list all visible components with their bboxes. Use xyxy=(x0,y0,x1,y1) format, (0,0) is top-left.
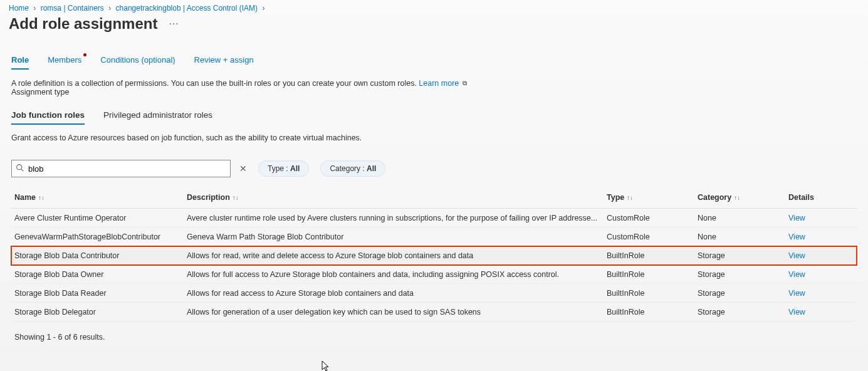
cell-type: BuiltInRole xyxy=(607,289,698,298)
cell-category: None xyxy=(698,214,788,222)
sort-icon: ↑↓ xyxy=(233,194,239,201)
table-row[interactable]: Avere Cluster Runtime Operator Avere clu… xyxy=(11,209,857,227)
view-link[interactable]: View xyxy=(788,214,805,222)
view-link[interactable]: View xyxy=(788,233,805,241)
tab-review-assign[interactable]: Review + assign xyxy=(194,55,254,70)
cell-type: BuiltInRole xyxy=(607,251,698,260)
breadcrumb: Home › romsa | Containers › changetracki… xyxy=(0,0,868,13)
chevron-right-icon: › xyxy=(108,4,111,13)
subtab-job-function[interactable]: Job function roles xyxy=(11,110,85,125)
filter-category-label: Category : xyxy=(330,164,367,173)
cell-name: Storage Blob Data Reader xyxy=(14,289,187,298)
cell-name: Storage Blob Data Contributor xyxy=(14,251,187,260)
cell-category: Storage xyxy=(698,270,788,279)
cell-description: Allows for read, write and delete access… xyxy=(187,251,607,260)
breadcrumb-home[interactable]: Home xyxy=(9,4,29,13)
page-title: Add role assignment xyxy=(9,15,157,33)
table-row[interactable]: Storage Blob Delegator Allows for genera… xyxy=(11,303,857,321)
cursor-icon xyxy=(322,360,330,371)
cell-type: CustomRole xyxy=(607,233,698,241)
cell-description: Allows for read access to Azure Storage … xyxy=(187,289,607,298)
cell-name: Avere Cluster Runtime Operator xyxy=(14,214,187,222)
table-row[interactable]: GenevaWarmPathStorageBlobContributor Gen… xyxy=(11,227,857,246)
role-description: A role definition is a collection of per… xyxy=(11,79,857,97)
results-count: Showing 1 - 6 of 6 results. xyxy=(11,333,857,342)
tab-conditions[interactable]: Conditions (optional) xyxy=(100,55,175,70)
view-link[interactable]: View xyxy=(788,289,805,298)
role-search-input[interactable] xyxy=(11,160,231,177)
sort-icon: ↑↓ xyxy=(627,194,633,201)
more-actions-button[interactable]: ··· xyxy=(169,18,179,29)
cell-name: GenevaWarmPathStorageBlobContributor xyxy=(14,233,187,241)
roles-table: Name↑↓ Description↑↓ Type↑↓ Category↑↓ D… xyxy=(11,186,857,321)
col-header-category[interactable]: Category↑↓ xyxy=(698,193,788,202)
cell-type: BuiltInRole xyxy=(607,308,698,316)
cell-category: Storage xyxy=(698,251,788,260)
assignment-type-label: Assignment type xyxy=(11,88,69,97)
col-header-details: Details xyxy=(788,193,868,202)
filter-category-value: All xyxy=(367,164,376,173)
sort-icon: ↑↓ xyxy=(734,194,740,201)
clear-search-button[interactable]: ✕ xyxy=(239,164,247,174)
table-row[interactable]: Storage Blob Data Contributor Allows for… xyxy=(11,246,857,265)
tab-members[interactable]: Members xyxy=(48,55,81,70)
role-type-tabs: Job function roles Privileged administra… xyxy=(11,110,857,125)
cell-description: Avere cluster runtime role used by Avere… xyxy=(187,214,607,222)
col-header-name[interactable]: Name↑↓ xyxy=(14,193,187,202)
breadcrumb-iam[interactable]: changetrackingblob | Access Control (IAM… xyxy=(116,4,258,13)
chevron-right-icon: › xyxy=(262,4,264,13)
filter-type-pill[interactable]: Type : All xyxy=(258,160,309,177)
view-link[interactable]: View xyxy=(788,308,805,316)
cell-name: Storage Blob Delegator xyxy=(14,308,187,316)
filter-type-value: All xyxy=(290,164,300,173)
learn-more-link[interactable]: Learn more xyxy=(419,79,459,88)
col-header-type[interactable]: Type↑↓ xyxy=(607,193,698,202)
cell-type: BuiltInRole xyxy=(607,270,698,279)
alert-dot-icon xyxy=(83,53,86,56)
wizard-tabs: Role Members Conditions (optional) Revie… xyxy=(11,55,857,70)
view-link[interactable]: View xyxy=(788,270,805,279)
subtab-privileged-admin[interactable]: Privileged administrator roles xyxy=(103,110,212,125)
view-link[interactable]: View xyxy=(788,251,805,260)
cell-description: Allows for generation of a user delegati… xyxy=(187,308,607,316)
table-header-row: Name↑↓ Description↑↓ Type↑↓ Category↑↓ D… xyxy=(11,186,857,209)
filter-type-label: Type : xyxy=(268,164,290,173)
cell-description: Geneva Warm Path Storage Blob Contributo… xyxy=(187,233,607,241)
tab-members-label: Members xyxy=(48,55,81,65)
col-header-description[interactable]: Description↑↓ xyxy=(187,193,607,202)
cell-category: Storage xyxy=(698,289,788,298)
job-function-description: Grant access to Azure resources based on… xyxy=(11,133,857,142)
filter-category-pill[interactable]: Category : All xyxy=(320,160,385,177)
cell-description: Allows for full access to Azure Storage … xyxy=(187,270,607,279)
cell-name: Storage Blob Data Owner xyxy=(14,270,187,279)
table-row[interactable]: Storage Blob Data Reader Allows for read… xyxy=(11,284,857,303)
external-link-icon: ⧉ xyxy=(463,80,467,86)
sort-icon: ↑↓ xyxy=(38,194,44,201)
cell-category: Storage xyxy=(698,308,788,316)
cell-category: None xyxy=(698,233,788,241)
role-description-text: A role definition is a collection of per… xyxy=(11,79,419,88)
cell-type: CustomRole xyxy=(607,214,698,222)
chevron-right-icon: › xyxy=(33,4,36,13)
tab-role[interactable]: Role xyxy=(11,55,29,70)
breadcrumb-containers[interactable]: romsa | Containers xyxy=(41,4,104,13)
table-row[interactable]: Storage Blob Data Owner Allows for full … xyxy=(11,265,857,284)
